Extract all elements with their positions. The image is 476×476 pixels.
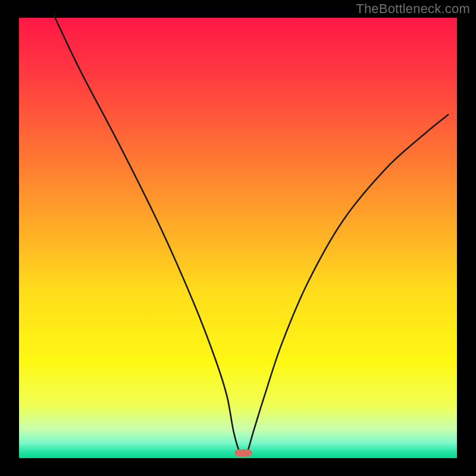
- optimal-point-marker: [234, 449, 252, 456]
- chart-frame: TheBottleneck.com: [0, 0, 476, 476]
- watermark-text: TheBottleneck.com: [356, 1, 470, 17]
- plot-background: [19, 18, 457, 458]
- bottleneck-chart: [0, 0, 476, 476]
